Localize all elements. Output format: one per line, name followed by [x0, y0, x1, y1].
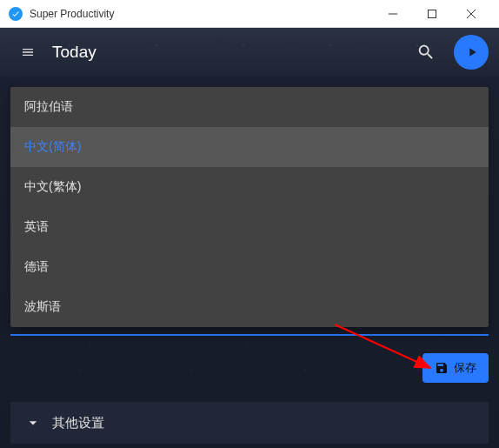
other-settings-section[interactable]: 其他设置 [10, 402, 489, 444]
dropdown-item-german[interactable]: 德语 [10, 247, 489, 287]
svg-rect-1 [428, 10, 436, 17]
play-button[interactable] [454, 35, 489, 70]
app-header: Today [0, 28, 499, 77]
app-icon [9, 7, 23, 21]
maximize-button[interactable] [412, 2, 451, 26]
menu-button[interactable] [10, 35, 45, 70]
content-area: 阿拉伯语 中文(简体) 中文(繁体) 英语 德语 波斯语 保存 其他设置 [0, 77, 499, 448]
save-button[interactable]: 保存 [422, 353, 489, 383]
language-dropdown: 阿拉伯语 中文(简体) 中文(繁体) 英语 德语 波斯语 [10, 87, 489, 327]
section-title: 其他设置 [52, 415, 104, 431]
save-icon [435, 361, 449, 375]
window-title: Super Productivity [30, 8, 373, 20]
save-button-label: 保存 [454, 360, 476, 376]
dropdown-item-english[interactable]: 英语 [10, 207, 489, 247]
close-button[interactable] [451, 2, 490, 26]
search-button[interactable] [409, 35, 443, 70]
window-controls [373, 2, 490, 26]
dropdown-item-persian[interactable]: 波斯语 [10, 287, 489, 327]
field-underline [10, 334, 489, 336]
dropdown-item-chinese-simplified[interactable]: 中文(简体) [10, 127, 489, 167]
chevron-down-icon [24, 414, 42, 431]
window-titlebar: Super Productivity [0, 0, 499, 28]
dropdown-item-chinese-traditional[interactable]: 中文(繁体) [10, 167, 489, 207]
page-title: Today [52, 43, 96, 62]
minimize-button[interactable] [373, 2, 412, 26]
dropdown-item-arabic[interactable]: 阿拉伯语 [10, 87, 489, 127]
